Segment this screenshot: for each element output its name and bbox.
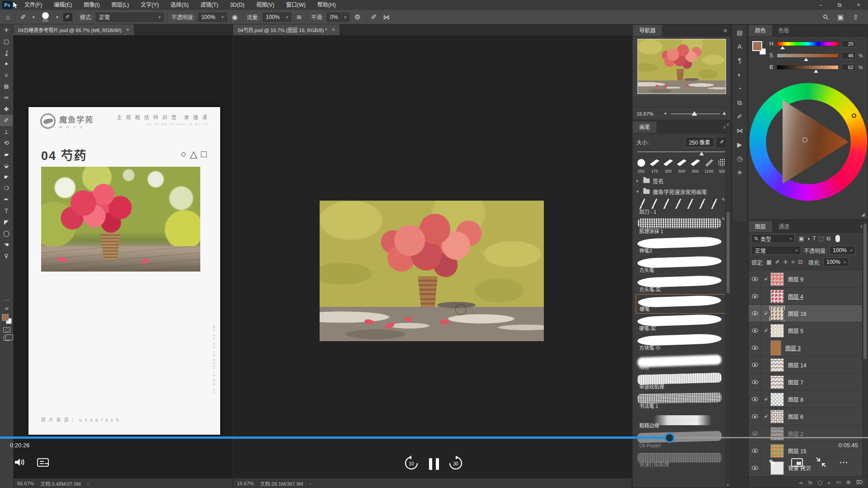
edit-toolbar-ellipsis[interactable]: ⋯ — [5, 297, 9, 303]
link-layers-icon[interactable]: ∞ — [799, 480, 803, 485]
layer-name[interactable]: 图层 3 — [785, 344, 801, 352]
screen-mode-button[interactable] — [4, 336, 10, 341]
new-layer-icon[interactable]: ⊞ — [846, 479, 850, 485]
layer-name[interactable]: 图层 14 — [788, 361, 807, 369]
menu-item[interactable]: 图像(I) — [78, 0, 105, 10]
eyedropper-tool[interactable]: ✑ — [0, 92, 13, 103]
tab-swatches[interactable]: 色板 — [772, 25, 796, 36]
layer-row[interactable]: ↲ 图层 14 — [749, 357, 862, 374]
filter-adjustment-layers-icon[interactable]: ◑ — [805, 235, 811, 242]
lock-pixels-icon[interactable]: ✐ — [775, 259, 780, 265]
menu-item[interactable]: 文件(F) — [19, 0, 48, 10]
adjustments-panel-icon[interactable]: ◐ — [738, 71, 741, 78]
type-tool[interactable]: T — [0, 205, 13, 216]
filter-type-layers-icon[interactable]: T — [811, 235, 817, 242]
lock-artboard-icon[interactable]: ⌗ — [792, 259, 795, 265]
brush-folder[interactable]: ▸ 签名 — [633, 175, 731, 186]
zoom-level-field[interactable]: 66.67% — [17, 481, 34, 486]
brush-preset-item[interactable]: 方头笔-实 ✎ — [636, 275, 726, 294]
layer-row[interactable]: ↲ 图层 3 — [749, 339, 862, 357]
dodge-tool[interactable]: ❍ — [0, 183, 13, 194]
brush-preset-item[interactable]: 硬笔 ✎ — [636, 294, 726, 314]
brush-preset-picker[interactable]: 250 — [39, 12, 51, 22]
minimize-button[interactable]: – — [811, 0, 830, 10]
color-wheel[interactable] — [749, 83, 868, 201]
saturation-value-field[interactable]: 46 — [841, 52, 856, 59]
layer-row[interactable]: ↲ 图层 2 — [749, 425, 862, 442]
annotate-button[interactable]: ✎ — [769, 458, 776, 468]
rewind-10-button[interactable]: 10 — [404, 455, 419, 471]
smoothing-gear-icon[interactable]: ⚙ — [353, 13, 362, 21]
brush-preset-item[interactable]: 喷枪 ✎ — [636, 352, 726, 372]
pause-button[interactable] — [427, 458, 441, 470]
opacity-select[interactable]: 100%▾ — [198, 13, 226, 22]
layer-style-icon[interactable]: fx — [808, 480, 812, 485]
scroll-down-icon[interactable]: ▾ — [726, 483, 730, 487]
panel-resize-icon[interactable]: ◢ — [861, 211, 865, 217]
brush-preset-item[interactable]: 粗糙边缘 ✎ — [636, 411, 726, 430]
zoom-level-field[interactable]: 16.67% — [237, 481, 254, 486]
brush-size-preset[interactable]: 250 — [635, 157, 647, 174]
visibility-toggle[interactable] — [749, 408, 761, 425]
layer-thumbnail[interactable] — [770, 410, 784, 423]
pressure-opacity-icon[interactable]: ◉ — [231, 13, 239, 21]
zoom-out-mountain-icon[interactable]: ▲ — [664, 111, 667, 115]
brush-preset-item[interactable]: 带竖纹肌理 ✎ — [636, 372, 726, 391]
menu-item[interactable]: 编辑(E) — [48, 0, 78, 10]
visibility-toggle[interactable] — [749, 357, 761, 373]
symmetry-panel-icon[interactable]: ⋈ — [736, 127, 743, 134]
volume-button[interactable] — [14, 457, 26, 468]
search-icon[interactable]: ⚲ — [820, 11, 831, 23]
frame-tool[interactable]: ⊠ — [0, 81, 13, 92]
smoothing-select[interactable]: 0%▾ — [327, 13, 349, 22]
layer-row[interactable]: ↲ 图层 4 — [749, 288, 862, 305]
menu-item[interactable]: 视图(V) — [250, 0, 280, 10]
workspace-icon[interactable]: ▣ — [836, 13, 845, 21]
zoom-in-mountain-icon[interactable]: ▲ — [722, 110, 727, 116]
folder-chevron-icon[interactable]: ▾ — [637, 189, 640, 194]
chevron-down-icon[interactable]: ▾ — [55, 15, 60, 19]
filter-smart-objects-icon[interactable]: ⧉ — [825, 235, 832, 242]
visibility-toggle[interactable] — [749, 305, 761, 322]
healing-brush-tool[interactable]: ✚ — [0, 103, 13, 115]
zoom-slider-thumb[interactable] — [692, 111, 697, 116]
visibility-toggle[interactable] — [749, 339, 761, 356]
brush-tool[interactable]: ✐ — [0, 115, 13, 126]
layer-thumbnail[interactable] — [770, 340, 781, 356]
actions-panel-icon[interactable]: ▶ — [737, 141, 742, 148]
brush-preset-item[interactable]: 方块笔 小 ✎ — [636, 333, 726, 352]
toggle-brush-panel-button[interactable]: ✐ — [63, 13, 72, 21]
navigator-zoom-slider[interactable]: ▲ ▲ — [664, 111, 727, 117]
histogram-panel-icon[interactable]: ✳ — [737, 169, 742, 176]
timeline-panel-icon[interactable]: ◷ — [737, 155, 742, 162]
navigator-zoom-field[interactable]: 16.67% — [637, 111, 660, 117]
brush-size-preset[interactable]: 600 — [675, 157, 688, 174]
layer-thumbnail[interactable] — [770, 290, 784, 303]
home-icon[interactable]: ⌂ — [5, 13, 11, 21]
folder-chevron-icon[interactable]: ▸ — [637, 178, 640, 183]
layer-thumbnail[interactable] — [770, 324, 784, 338]
brush-size-slider[interactable] — [637, 149, 726, 155]
layer-name[interactable]: 图层 6 — [788, 413, 803, 420]
visibility-toggle[interactable] — [749, 374, 761, 390]
paragraph-panel-icon[interactable]: ¶ — [738, 57, 741, 64]
visibility-toggle[interactable] — [749, 288, 761, 305]
exit-fullscreen-button[interactable] — [816, 457, 826, 468]
layer-opacity-select[interactable]: 100% ▾ — [830, 246, 855, 255]
pressure-size-icon[interactable]: ✐ — [370, 13, 378, 21]
quick-selection-tool[interactable]: ✦ — [0, 58, 13, 70]
menu-item[interactable]: 帮助(H) — [311, 0, 342, 10]
layer-name[interactable]: 图层 5 — [788, 327, 803, 334]
layer-row[interactable]: ↲ 图层 16 — [749, 305, 862, 322]
brush-preset-item[interactable]: 刮刀 - 1 ✎ — [636, 197, 726, 216]
move-tool[interactable]: ✛ — [0, 24, 13, 36]
document-tab-painting[interactable]: 04芍药.psd @ 16.7% (图层 16, RGB/8) * × — [233, 24, 340, 35]
ellipse-tool[interactable]: ◯ — [0, 228, 13, 239]
lock-position-icon[interactable]: ✛ — [783, 259, 788, 265]
status-chevron-icon[interactable]: › — [310, 481, 311, 486]
swap-colors-icon[interactable]: ⇄ — [5, 306, 9, 311]
brush-size-preset[interactable]: 300 — [662, 157, 675, 174]
chevron-down-icon[interactable]: ▾ — [31, 15, 36, 19]
hue-slider[interactable] — [777, 42, 839, 46]
brush-size-input[interactable]: 250 像素 — [685, 137, 714, 147]
